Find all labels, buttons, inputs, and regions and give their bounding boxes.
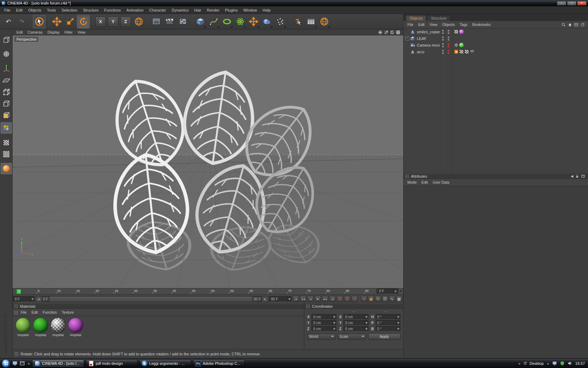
- render-settings-button[interactable]: [176, 15, 189, 28]
- taskbar-button-photoshop[interactable]: Ps Adobe Photoshop C...: [193, 360, 245, 367]
- help-button[interactable]: [291, 15, 304, 28]
- object-manager-menu-item[interactable]: Edit: [416, 21, 427, 28]
- record-button[interactable]: ⊙: [337, 296, 343, 302]
- texture-tag-icon[interactable]: [459, 49, 464, 54]
- menu-item[interactable]: Plugins: [222, 6, 240, 14]
- position-z-field[interactable]: 0 cm: [312, 326, 336, 332]
- tab-objects[interactable]: Objects: [406, 15, 426, 21]
- polygons-mode-button[interactable]: [1, 110, 12, 121]
- position-y-field[interactable]: 0 cm: [312, 320, 336, 326]
- keyframe-tool-icon[interactable]: Ⓟ: [382, 296, 388, 302]
- history-back-icon[interactable]: ◀: [570, 174, 573, 178]
- layout-icon[interactable]: [581, 174, 585, 178]
- materials-menu-item[interactable]: Function: [40, 308, 59, 316]
- menu-item[interactable]: Dynamics: [169, 6, 191, 14]
- size-y-field[interactable]: 0 cm: [343, 320, 368, 326]
- viewport-menu-item[interactable]: Cameras: [25, 29, 45, 35]
- object-row-leaf[interactable]: + LEAF: [404, 35, 588, 42]
- menu-item[interactable]: Edit: [13, 6, 26, 14]
- globe-button[interactable]: [318, 15, 330, 28]
- size-x-field[interactable]: 0 cm: [343, 314, 368, 320]
- close-button[interactable]: ×: [577, 1, 587, 6]
- scale-tool-button[interactable]: [64, 15, 76, 28]
- quicklaunch-icon-2[interactable]: [19, 360, 25, 366]
- filter-icon[interactable]: [574, 22, 579, 27]
- lock-x-button[interactable]: X: [95, 16, 106, 27]
- camera-rotate-icon[interactable]: [390, 30, 394, 35]
- render-tag-icon[interactable]: [470, 49, 474, 54]
- keyframe-tool-icon[interactable]: +: [361, 296, 367, 302]
- material-sphere[interactable]: [16, 318, 30, 333]
- viewport-menu-item[interactable]: Edit: [14, 29, 25, 35]
- quicklaunch-icon-1[interactable]: [12, 360, 18, 366]
- goto-start-button[interactable]: |◄: [293, 296, 299, 302]
- render-picture-viewer-button[interactable]: [163, 15, 176, 28]
- enable-dots[interactable]: [446, 36, 451, 41]
- rotation-b-field[interactable]: 0 °: [376, 326, 400, 332]
- timeline-options-button[interactable]: [398, 288, 403, 295]
- maximize-button[interactable]: □: [567, 1, 576, 6]
- object-manager-menu-item[interactable]: File: [405, 21, 416, 28]
- coordinate-system-dropdown[interactable]: World: [307, 334, 336, 340]
- apply-button[interactable]: Apply: [368, 333, 400, 340]
- attributes-menu-item[interactable]: User Data: [430, 178, 451, 186]
- attributes-menu-item[interactable]: Mode: [405, 178, 419, 186]
- range-right-arrow-icon[interactable]: ►: [262, 297, 268, 302]
- start-button[interactable]: [2, 359, 10, 368]
- panel-icon[interactable]: [580, 22, 585, 27]
- menu-item[interactable]: Objects: [26, 6, 44, 14]
- lock-z-button[interactable]: Z: [120, 16, 131, 27]
- taskbar-button-cinema4d[interactable]: CINEMA 4D - [solo l...: [32, 360, 84, 367]
- edges-mode-button[interactable]: [1, 98, 12, 109]
- next-key-button[interactable]: ►►: [322, 296, 328, 302]
- prev-frame-button[interactable]: ◄: [307, 296, 314, 302]
- autokey-button[interactable]: ⊙: [344, 296, 350, 302]
- live-selection-button[interactable]: [33, 15, 46, 28]
- camera-zoom-icon[interactable]: [384, 30, 388, 35]
- points-mode-button[interactable]: [1, 87, 12, 98]
- range-slider[interactable]: ◄ 0 F 90 F ►: [36, 296, 268, 302]
- position-x-field[interactable]: 0 cm: [312, 314, 336, 320]
- object-mode-button[interactable]: [1, 163, 12, 174]
- material-sphere[interactable]: [33, 318, 48, 333]
- minimize-button[interactable]: –: [557, 1, 566, 6]
- add-environment-button[interactable]: [260, 15, 273, 28]
- keyframe-tool-icon[interactable]: ▦: [396, 296, 402, 302]
- record-options-button[interactable]: ⊙: [351, 296, 358, 302]
- object-row-smilzo-copies[interactable]: smilzo_copies: [404, 28, 588, 35]
- object-manager-menu-item[interactable]: Bookmarks: [470, 21, 493, 28]
- coordinate-system-button[interactable]: [132, 15, 145, 28]
- desktop-toolbar-label[interactable]: Desktop: [530, 361, 544, 366]
- lock-icon[interactable]: [575, 174, 579, 178]
- move-tool-button[interactable]: [50, 15, 63, 28]
- security-tray-icon[interactable]: [560, 361, 565, 366]
- object-manager-menu-item[interactable]: View: [427, 21, 440, 28]
- desktop-chevron-icon[interactable]: »: [546, 361, 550, 366]
- frame-field[interactable]: 0 F: [13, 296, 35, 302]
- menu-item[interactable]: Help: [260, 6, 273, 14]
- taskbar-button-browser[interactable]: e Leggi argomento - ...: [139, 360, 191, 367]
- menu-item[interactable]: Character: [146, 6, 169, 14]
- rotate-tool-button[interactable]: [77, 15, 90, 28]
- add-primitive-button[interactable]: [194, 15, 206, 28]
- layout-button[interactable]: [304, 15, 317, 28]
- materials-menu-item[interactable]: Edit: [29, 308, 40, 316]
- rotation-h-field[interactable]: 0 °: [376, 314, 400, 320]
- stepper[interactable]: [287, 297, 291, 302]
- object-row-arco[interactable]: arco: [404, 48, 588, 55]
- menu-item[interactable]: Hair: [191, 6, 204, 14]
- rotation-p-field[interactable]: 0 °: [376, 320, 400, 326]
- add-modeling-object-button[interactable]: [234, 15, 246, 28]
- language-indicator[interactable]: IT: [524, 361, 527, 366]
- timeline-ruler[interactable]: 051015202530354045505560657075808590: [13, 288, 377, 295]
- protection-tag-icon[interactable]: [459, 43, 464, 47]
- tray-chevron-icon[interactable]: »: [518, 361, 521, 366]
- size-z-field[interactable]: 0 cm: [343, 326, 368, 332]
- materials-menu-item[interactable]: File: [18, 308, 29, 316]
- material-item[interactable]: VrayMat: [32, 318, 49, 337]
- material-item[interactable]: VrayMat: [67, 318, 84, 337]
- visibility-dots[interactable]: [440, 30, 446, 34]
- materials-menu-item[interactable]: Texture: [59, 308, 76, 316]
- texture-tag-icon[interactable]: [464, 49, 469, 54]
- tab-structure[interactable]: Structure: [427, 15, 450, 21]
